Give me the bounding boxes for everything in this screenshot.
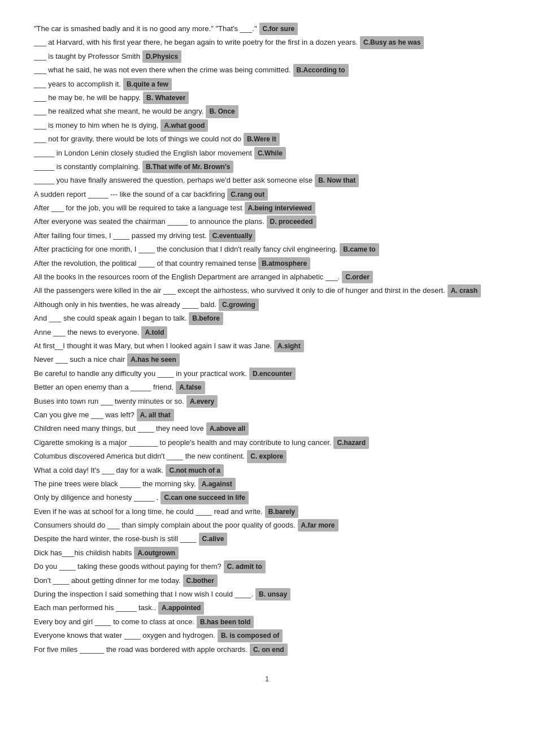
answer-badge: A.above all xyxy=(206,422,249,435)
line-text: And ___ she could speak again I began to… xyxy=(34,312,186,325)
line-text: _____ in London Lenin closely studied th… xyxy=(34,147,252,159)
line-text: All the books in the resources room of t… xyxy=(34,271,340,283)
line-text: Each man performed his _____ task.. xyxy=(34,602,156,614)
line-item: ___ not for gravity, there would be lots… xyxy=(34,133,500,145)
answer-badge: A.every xyxy=(186,395,218,408)
line-text: Better an open enemy than a _____ friend… xyxy=(34,381,173,394)
answer-badge: D.Physics xyxy=(142,50,181,63)
line-text: Although only in his twenties, he was al… xyxy=(34,299,216,311)
line-text: Never ___ such a nice chair xyxy=(34,353,125,366)
line-item: After everyone was seated the chairman _… xyxy=(34,215,500,228)
line-item: Columbus discovered America but didn't _… xyxy=(34,450,500,463)
answer-badge: A.appointed xyxy=(158,602,204,614)
line-item: ___ he realized what she meant, he would… xyxy=(34,105,500,118)
answer-badge: A.false xyxy=(176,381,205,394)
answer-badge: C.alive xyxy=(199,533,228,545)
line-text: Despite the hard winter, the rose-bush i… xyxy=(34,533,197,545)
answer-badge: C.eventually xyxy=(209,230,256,242)
line-item: ___ years to accomplish it. B.quite a fe… xyxy=(34,78,500,90)
line-item: Every boy and girl ____ to come to class… xyxy=(34,616,500,628)
answer-badge: C.While xyxy=(254,147,286,159)
answer-badge: B.quite a few xyxy=(123,78,172,90)
line-item: _____ you have finally answered the ques… xyxy=(34,174,500,187)
line-item: After the revolution, the political ____… xyxy=(34,257,500,270)
line-text: After the revolution, the political ____… xyxy=(34,257,256,270)
line-text: Children need many things, but ____ they… xyxy=(34,422,204,435)
line-text: All the passengers were killed in the ai… xyxy=(34,284,445,297)
line-text: _____ you have finally answered the ques… xyxy=(34,174,312,187)
line-text: Can you give me ___ was left? xyxy=(34,409,134,421)
answer-badge: A.has he seen xyxy=(127,353,180,366)
page-number: 1 xyxy=(34,673,500,685)
answer-badge: B. Once xyxy=(206,105,238,118)
line-item: Despite the hard winter, the rose-bush i… xyxy=(34,533,500,545)
line-text: A sudden report _____ --- like the sound… xyxy=(34,188,225,201)
line-text: ___ not for gravity, there would be lots… xyxy=(34,133,241,145)
line-item: Even if he was at school for a long time… xyxy=(34,506,500,518)
line-text: _____ is constantly complaining. xyxy=(34,161,140,173)
answer-badge: B.came to xyxy=(340,243,379,256)
answer-badge: C.hazard xyxy=(333,437,369,449)
answer-badge: B.has been told xyxy=(197,616,254,628)
line-item: After ___ for the job, you will be requi… xyxy=(34,202,500,214)
answer-badge: D. proceeded xyxy=(267,215,316,228)
answer-badge: A.what good xyxy=(160,119,208,132)
line-text: Consumers should do ___ than simply comp… xyxy=(34,519,296,532)
line-item: At first__I thought it was Mary, but whe… xyxy=(34,340,500,352)
answer-badge: A.being interviewed xyxy=(245,202,315,214)
line-item: "The car is smashed badly and it is no g… xyxy=(34,23,500,35)
line-text: Buses into town run ___ twenty minutes o… xyxy=(34,395,184,408)
line-text: ___ what he said, he was not even there … xyxy=(34,64,291,76)
page: "The car is smashed badly and it is no g… xyxy=(34,23,500,685)
line-text: Don't ____ about getting dinner for me t… xyxy=(34,574,181,587)
line-text: At first__I thought it was Mary, but whe… xyxy=(34,340,272,352)
line-text: Cigarette smoking is a major _______ to … xyxy=(34,437,331,449)
answer-badge: C. on end xyxy=(250,643,288,656)
line-text: Even if he was at school for a long time… xyxy=(34,506,263,518)
line-item: The pine trees were black _____ the morn… xyxy=(34,478,500,490)
answer-badge: C.not much of a xyxy=(166,464,224,477)
line-item: ___ he may be, he will be happy. B. What… xyxy=(34,92,500,104)
line-item: What a cold day! It's ___ day for a walk… xyxy=(34,464,500,477)
line-text: ___ is money to him when he is dying. xyxy=(34,119,158,132)
answer-badge: A.against xyxy=(198,478,236,490)
answer-badge: B.Were it xyxy=(244,133,280,145)
line-text: Columbus discovered America but didn't _… xyxy=(34,450,245,463)
line-text: After ___ for the job, you will be requi… xyxy=(34,202,242,214)
answer-badge: C. explore xyxy=(247,450,286,463)
line-item: Cigarette smoking is a major _______ to … xyxy=(34,437,500,449)
line-text: "The car is smashed badly and it is no g… xyxy=(34,23,257,35)
line-text: Every boy and girl ____ to come to class… xyxy=(34,616,194,628)
answer-badge: B.atmosphere xyxy=(258,257,310,270)
line-item: Everyone knows that water ____ oxygen an… xyxy=(34,629,500,642)
line-item: Children need many things, but ____ they… xyxy=(34,422,500,435)
line-item: Each man performed his _____ task.. A.ap… xyxy=(34,602,500,614)
line-text: ___ he may be, he will be happy. xyxy=(34,92,141,104)
lines-container: "The car is smashed badly and it is no g… xyxy=(34,23,500,656)
answer-badge: D.encounter xyxy=(249,368,296,380)
answer-badge: A.told xyxy=(141,326,167,339)
line-item: After failing four times, I ____ passed … xyxy=(34,230,500,242)
line-text: After practicing for one month, I ____ t… xyxy=(34,243,337,256)
line-text: Only by diligence and honesty _____ . xyxy=(34,491,158,504)
line-text: After everyone was seated the chairman _… xyxy=(34,215,264,228)
line-text: For five miles ______ the road was borde… xyxy=(34,643,248,656)
line-text: Everyone knows that water ____ oxygen an… xyxy=(34,629,215,642)
answer-badge: B. Now that xyxy=(315,174,359,187)
answer-badge: C.can one succeed in life xyxy=(160,491,248,504)
line-text: Anne ___ the news to everyone. xyxy=(34,326,139,339)
line-text: What a cold day! It's ___ day for a walk… xyxy=(34,464,163,477)
line-item: Consumers should do ___ than simply comp… xyxy=(34,519,500,532)
line-item: Be careful to handle any difficulty you … xyxy=(34,368,500,380)
line-text: ___ years to accomplish it. xyxy=(34,78,121,90)
answer-badge: C.order xyxy=(342,271,373,283)
answer-badge: C.Busy as he was xyxy=(360,36,424,49)
line-item: After practicing for one month, I ____ t… xyxy=(34,243,500,256)
answer-badge: B.before xyxy=(189,312,223,325)
answer-badge: C.bother xyxy=(183,574,218,587)
line-item: Only by diligence and honesty _____ . C.… xyxy=(34,491,500,504)
line-text: ___ he realized what she meant, he would… xyxy=(34,105,203,118)
answer-badge: A.sight xyxy=(274,340,304,352)
answer-badge: C. admit to xyxy=(224,560,266,573)
answer-badge: A.outgrown xyxy=(134,547,179,559)
